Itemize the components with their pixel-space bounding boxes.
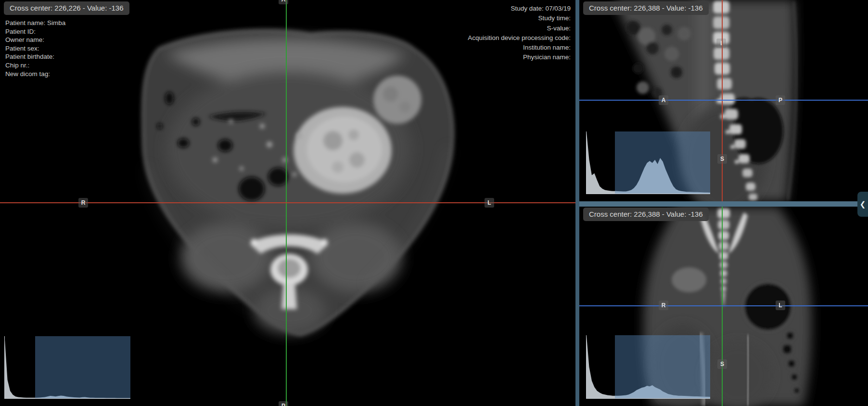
- histogram-window-selection[interactable]: [615, 131, 710, 194]
- s-value: S-value:: [468, 24, 571, 33]
- orientation-marker-superior: S: [717, 154, 727, 164]
- panel-divider-vertical[interactable]: [575, 0, 579, 406]
- acquisition-device-processing-code: Acquisition device processing code:: [468, 33, 571, 43]
- panel-divider-horizontal[interactable]: [579, 201, 868, 207]
- crosshair-vertical-line[interactable]: [722, 207, 723, 406]
- orientation-marker-left: L: [485, 198, 494, 208]
- patient-name: Patient name: Simba: [5, 19, 65, 27]
- orientation-marker-bottom: P: [279, 401, 288, 406]
- patient-info-block: Patient name: Simba Patient ID: Owner na…: [5, 19, 65, 78]
- study-time: Study time:: [468, 13, 571, 23]
- orientation-marker-superior: S: [717, 359, 727, 369]
- orientation-marker-left: L: [776, 301, 785, 310]
- coronal-view-panel[interactable]: R L S Cross center: 226,388 - Value: -13…: [579, 207, 868, 406]
- crosshair-vertical-line[interactable]: [722, 0, 723, 201]
- window-level-histogram[interactable]: [586, 335, 710, 399]
- axial-view-panel[interactable]: R L A P Cross center: 226,226 - Value: -…: [0, 0, 575, 406]
- sagittal-view-panel[interactable]: A P I S Cross center: 226,388 - Value: -…: [579, 0, 868, 201]
- patient-birthdate: Patient birthdate:: [5, 52, 65, 61]
- orientation-marker-anterior: A: [659, 95, 668, 105]
- orientation-marker-right: R: [78, 198, 88, 208]
- new-dicom-tag: New dicom tag:: [5, 70, 65, 79]
- cross-center-readout: Cross center: 226,388 - Value: -136: [583, 208, 709, 221]
- institution-name: Institution name:: [468, 43, 571, 52]
- physician-name: Physician name:: [468, 52, 571, 62]
- study-date: Study date: 07/03/19: [468, 4, 571, 13]
- histogram-window-selection[interactable]: [615, 335, 710, 398]
- chip-nr: Chip nr.:: [5, 61, 65, 70]
- window-level-histogram[interactable]: [4, 336, 130, 399]
- histogram-window-selection[interactable]: [35, 336, 130, 398]
- owner-name: Owner name:: [5, 36, 65, 44]
- patient-sex: Patient sex:: [5, 44, 65, 53]
- orientation-marker-top: A: [279, 0, 288, 4]
- collapse-sidebar-tab[interactable]: ❮: [857, 192, 868, 217]
- crosshair-horizontal-line[interactable]: [579, 100, 868, 101]
- window-level-histogram[interactable]: [586, 131, 710, 194]
- cross-center-readout: Cross center: 226,226 - Value: -136: [4, 1, 129, 15]
- crosshair-horizontal-line[interactable]: [579, 305, 868, 306]
- chevron-left-icon: ❮: [860, 200, 866, 209]
- study-info-block: Study date: 07/03/19 Study time: S-value…: [468, 4, 571, 63]
- patient-id: Patient ID:: [5, 27, 65, 36]
- orientation-marker-inferior: I: [716, 39, 726, 48]
- orientation-marker-posterior: P: [776, 95, 785, 105]
- cross-center-readout: Cross center: 226,388 - Value: -136: [583, 1, 709, 15]
- orientation-marker-right: R: [659, 301, 668, 310]
